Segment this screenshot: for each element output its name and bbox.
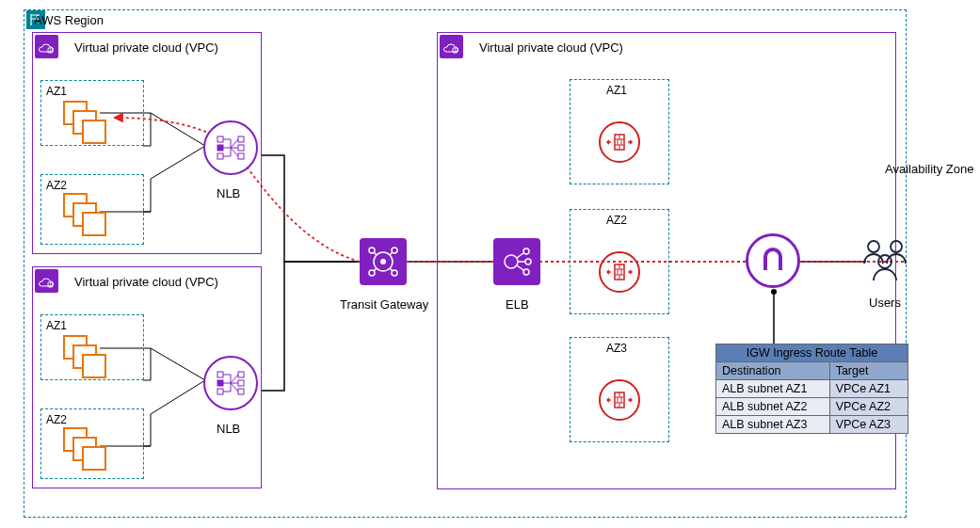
az-label: AZ2 [46,413,67,426]
route-table-header-target: Target [829,362,908,380]
az-label: AZ1 [46,319,67,332]
vpc-label: Virtual private cloud (VPC) [479,40,623,55]
nlb-icon [203,120,258,175]
route-table-title: IGW Ingress Route Table [716,344,908,362]
instances-icon [63,193,110,240]
svg-rect-4 [217,153,223,159]
table-row: ALB subnet AZ1 VPCe AZ1 [716,380,908,398]
transit-gateway-label: Transit Gateway [340,297,428,312]
vpc-icon [35,269,58,293]
vpc-icon [440,35,463,58]
users-icon [859,237,911,282]
svg-rect-2 [217,136,223,142]
nlb-label: NLB [217,186,240,200]
users-label: Users [869,296,901,310]
vpc-label: Virtual private cloud (VPC) [74,275,218,289]
svg-rect-14 [238,389,244,394]
svg-rect-5 [238,136,244,142]
availability-zone-label: Availability Zone [885,162,973,176]
igw-ingress-route-table: IGW Ingress Route Table Destination Targ… [715,344,908,434]
az-label: AZ1 [606,84,627,97]
svg-point-22 [505,255,518,268]
svg-point-20 [380,259,386,264]
instances-icon [63,335,110,382]
nlb-label: NLB [217,422,240,436]
nlb-icon [203,356,258,410]
elb-icon [493,238,540,285]
svg-rect-10 [217,380,223,386]
firewall-icon [599,251,640,293]
az-label: AZ2 [606,214,627,227]
elb-label: ELB [506,297,529,312]
svg-rect-9 [217,372,223,377]
vpc-label: Virtual private cloud (VPC) [74,40,218,55]
firewall-icon [599,379,640,421]
internet-gateway-icon [746,233,800,288]
svg-point-24 [525,259,531,264]
svg-rect-11 [217,389,223,394]
region-label: AWS Region [34,13,104,27]
svg-point-30 [891,241,902,252]
firewall-az1: AZ1 [570,79,669,184]
firewall-az2: AZ2 [570,209,669,314]
svg-point-25 [523,269,529,275]
firewall-az3: AZ3 [570,337,669,442]
az-label: AZ3 [606,342,627,355]
instances-icon [63,427,110,474]
route-table-header-destination: Destination [716,362,830,380]
transit-gateway-icon [360,238,407,285]
svg-point-23 [523,248,529,254]
svg-rect-6 [238,145,244,151]
svg-point-31 [878,255,892,268]
svg-rect-12 [238,372,244,377]
az-label: AZ1 [46,85,67,98]
svg-point-29 [868,241,879,252]
vpc-icon [35,35,58,58]
svg-rect-7 [238,153,244,159]
firewall-icon [599,121,640,163]
svg-rect-13 [238,380,244,386]
instances-icon [63,101,110,148]
table-row: ALB subnet AZ3 VPCe AZ3 [716,416,908,434]
svg-rect-3 [217,145,223,151]
table-row: ALB subnet AZ2 VPCe AZ2 [716,398,908,416]
az-label: AZ2 [46,179,67,192]
